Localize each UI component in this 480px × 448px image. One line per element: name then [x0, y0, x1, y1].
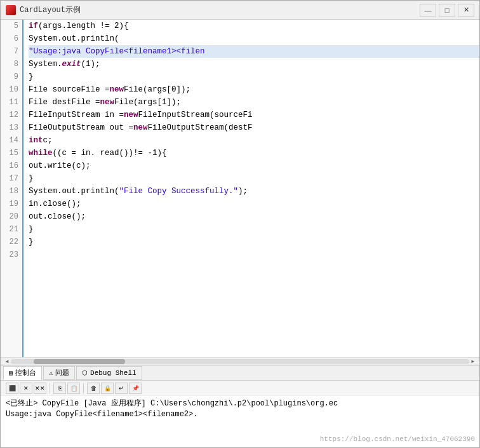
bottom-panel: ▤控制台⚠问题⬡Debug Shell ⬛ ✕ ✕✕ ⎘ 📋 🗑 🔒 ↵ 📌 <…	[1, 365, 479, 447]
bottom-tabs-bar: ▤控制台⚠问题⬡Debug Shell	[1, 365, 479, 381]
main-window: CardLayout示例 — □ ✕ 567891011121314151617…	[0, 0, 480, 448]
terminate-all-button[interactable]: ✕✕	[34, 383, 46, 394]
maximize-button[interactable]: □	[439, 4, 455, 17]
line-number: 23	[1, 248, 22, 261]
line-number: 10	[1, 83, 22, 96]
tab-icon-debug: ⬡	[82, 369, 88, 377]
code-line[interactable]: System. out.println("File Copy Successfu…	[29, 185, 479, 198]
code-line[interactable]: out.close();	[29, 210, 479, 223]
horizontal-scrollbar[interactable]	[11, 359, 469, 364]
line-number: 22	[1, 236, 22, 248]
tab-problems[interactable]: ⚠问题	[43, 366, 75, 380]
tab-console[interactable]: ▤控制台	[3, 366, 42, 380]
line-number: 17	[1, 172, 22, 185]
line-number: 13	[1, 121, 22, 134]
line-number: 21	[1, 223, 22, 236]
line-number: 9	[1, 71, 22, 83]
tab-debug[interactable]: ⬡Debug Shell	[76, 366, 142, 380]
code-line[interactable]: System.exit(1);	[29, 58, 479, 71]
line-number: 12	[1, 109, 22, 121]
code-line[interactable]	[29, 248, 479, 261]
tab-icon-console: ▤	[9, 369, 13, 377]
scrollbar-thumb[interactable]	[34, 359, 125, 364]
code-line[interactable]: FileInputStream in = new FileInputStream…	[29, 109, 479, 121]
pin-button[interactable]: 📌	[129, 383, 142, 394]
tab-icon-problems: ⚠	[49, 369, 53, 377]
copy-output-button[interactable]: ⎘	[53, 383, 66, 394]
line-number: 18	[1, 185, 22, 198]
separator-1	[50, 383, 50, 393]
code-line[interactable]: int c;	[29, 134, 479, 147]
editor-area: 567891011121314151617181920212223 if(arg…	[1, 20, 479, 365]
scroll-left-arrow[interactable]: ◀	[3, 358, 11, 365]
code-line[interactable]: while ((c = in. read())!= -1){	[29, 147, 479, 160]
code-line[interactable]: }	[29, 172, 479, 185]
code-lines[interactable]: if(args.length != 2){ System.out.println…	[23, 20, 479, 357]
line-number: 7	[1, 45, 22, 58]
line-number: 15	[1, 147, 22, 160]
line-number: 5	[1, 20, 22, 32]
console-line: Usage:java CopyFile<filename1><filename2…	[6, 409, 474, 420]
title-bar: CardLayout示例 — □ ✕	[1, 1, 479, 20]
scroll-lock-button[interactable]: 🔒	[101, 383, 114, 394]
line-number: 8	[1, 58, 22, 71]
app-icon	[6, 5, 16, 15]
tab-label-debug: Debug Shell	[90, 369, 137, 377]
line-number: 19	[1, 198, 22, 210]
clear-button[interactable]: 🗑	[87, 383, 100, 394]
paste-button[interactable]: 📋	[67, 383, 80, 394]
code-line[interactable]: out.write(c);	[29, 160, 479, 172]
line-number: 14	[1, 134, 22, 147]
code-line[interactable]: File sourceFile = new File(args[0]);	[29, 83, 479, 96]
window-controls: — □ ✕	[420, 4, 474, 17]
code-line[interactable]: File destFile = new File(args[1]);	[29, 96, 479, 109]
code-line[interactable]: }	[29, 71, 479, 83]
tab-label-console: 控制台	[15, 368, 36, 377]
minimize-button[interactable]: —	[420, 4, 436, 17]
scroll-right-arrow[interactable]: ▶	[469, 358, 477, 365]
stop-button[interactable]: ⬛	[6, 383, 18, 394]
line-number: 6	[1, 32, 22, 45]
code-line[interactable]: }	[29, 223, 479, 236]
console-output: <已终止> CopyFile [Java 应用程序] C:\Users\chon…	[1, 396, 479, 447]
code-line[interactable]: }	[29, 236, 479, 248]
code-line[interactable]: System.out.println(	[29, 32, 479, 45]
code-line[interactable]: FileOutputStream out = new FileOutputStr…	[29, 121, 479, 134]
console-line: <已终止> CopyFile [Java 应用程序] C:\Users\chon…	[6, 397, 474, 409]
terminate-button[interactable]: ✕	[20, 383, 32, 394]
code-line[interactable]: in.close();	[29, 198, 479, 210]
tab-label-problems: 问题	[55, 368, 69, 377]
word-wrap-button[interactable]: ↵	[115, 383, 128, 394]
separator-2	[83, 383, 84, 393]
close-button[interactable]: ✕	[458, 4, 474, 17]
code-container: 567891011121314151617181920212223 if(arg…	[1, 20, 479, 357]
horizontal-scrollbar-area: ◀ ▶	[1, 357, 479, 365]
line-number: 20	[1, 210, 22, 223]
console-toolbar: ⬛ ✕ ✕✕ ⎘ 📋 🗑 🔒 ↵ 📌	[1, 381, 479, 396]
line-number: 16	[1, 160, 22, 172]
line-number: 11	[1, 96, 22, 109]
line-numbers: 567891011121314151617181920212223	[1, 20, 23, 357]
code-line[interactable]: if(args.length != 2){	[29, 20, 479, 32]
window-title: CardLayout示例	[20, 4, 420, 15]
code-line[interactable]: "Usage:java CopyFile<filename1><filen	[29, 45, 479, 58]
